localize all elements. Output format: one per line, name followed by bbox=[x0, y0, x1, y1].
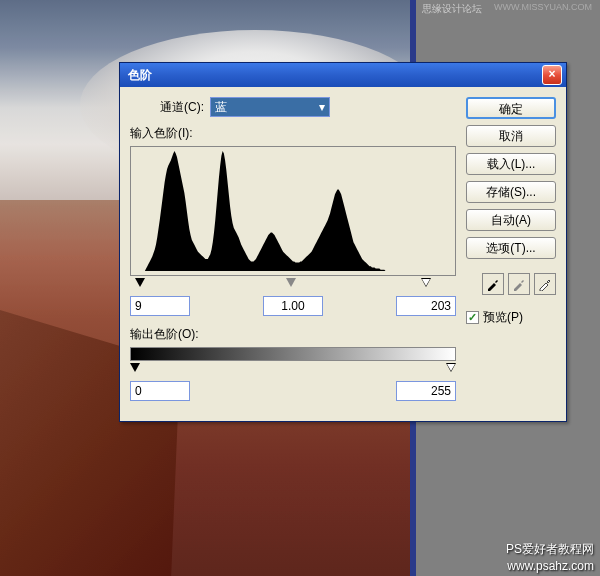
output-white-slider[interactable] bbox=[446, 363, 456, 372]
cancel-button[interactable]: 取消 bbox=[466, 125, 556, 147]
input-gamma-field[interactable] bbox=[263, 296, 323, 316]
channel-value: 蓝 bbox=[215, 99, 227, 116]
load-button[interactable]: 载入(L)... bbox=[466, 153, 556, 175]
watermark-line2: www.psahz.com bbox=[507, 559, 594, 573]
output-gradient bbox=[130, 347, 456, 361]
options-button[interactable]: 选项(T)... bbox=[466, 237, 556, 259]
histogram bbox=[130, 146, 456, 276]
output-black-field[interactable] bbox=[130, 381, 190, 401]
chevron-down-icon: ▾ bbox=[319, 100, 325, 114]
input-white-slider[interactable] bbox=[421, 278, 431, 287]
preview-checkbox[interactable]: ✓ bbox=[466, 311, 479, 324]
input-black-field[interactable] bbox=[130, 296, 190, 316]
levels-dialog: 色阶 × 通道(C): 蓝 ▾ 输入色阶(I): bbox=[119, 62, 567, 422]
close-button[interactable]: × bbox=[542, 65, 562, 85]
watermark-line1: PS爱好者教程网 bbox=[506, 541, 594, 558]
eyedropper-white-icon[interactable] bbox=[534, 273, 556, 295]
channel-label: 通道(C): bbox=[160, 99, 204, 116]
channel-select[interactable]: 蓝 ▾ bbox=[210, 97, 330, 117]
preview-label: 预览(P) bbox=[483, 309, 523, 326]
input-levels-label: 输入色阶(I): bbox=[130, 125, 456, 142]
eyedropper-gray-icon[interactable] bbox=[508, 273, 530, 295]
histogram-svg bbox=[135, 151, 451, 271]
input-slider-track[interactable] bbox=[130, 278, 456, 290]
input-white-field[interactable] bbox=[396, 296, 456, 316]
auto-button[interactable]: 自动(A) bbox=[466, 209, 556, 231]
titlebar[interactable]: 色阶 × bbox=[120, 63, 566, 87]
dialog-title: 色阶 bbox=[124, 67, 542, 84]
output-white-field[interactable] bbox=[396, 381, 456, 401]
input-black-slider[interactable] bbox=[135, 278, 145, 287]
eyedropper-black-icon[interactable] bbox=[482, 273, 504, 295]
input-gamma-slider[interactable] bbox=[286, 278, 296, 287]
output-levels-label: 输出色阶(O): bbox=[130, 326, 456, 343]
output-slider-track[interactable] bbox=[130, 363, 456, 375]
ok-button[interactable]: 确定 bbox=[466, 97, 556, 119]
top-caption: 思缘设计论坛 bbox=[418, 0, 486, 18]
output-black-slider[interactable] bbox=[130, 363, 140, 372]
top-caption-url: WWW.MISSYUAN.COM bbox=[490, 0, 596, 14]
save-button[interactable]: 存储(S)... bbox=[466, 181, 556, 203]
